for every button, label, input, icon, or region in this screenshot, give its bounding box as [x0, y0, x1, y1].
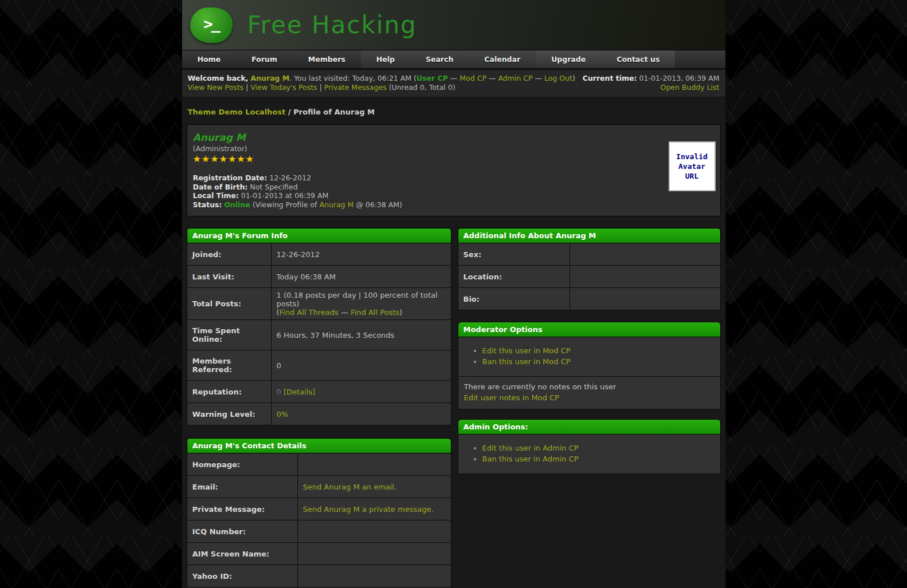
status-profile-link[interactable]: Anurag M [319, 200, 354, 209]
admin-cp-link[interactable]: Admin CP [498, 74, 532, 82]
breadcrumb-root-link[interactable]: Theme Demo Localhost [188, 108, 286, 116]
yahoo-value [297, 565, 451, 587]
table-row: Last Visit: Today 06:38 AM [187, 266, 451, 288]
nav-segment: Upgrade Contact us [536, 50, 675, 68]
table-row: Time Spent Online: 6 Hours, 37 Minutes, … [187, 320, 451, 350]
send-email-link[interactable]: Send Anurag M an email. [303, 483, 397, 491]
total-posts-value: 1 (0.18 posts per day | 100 percent of t… [271, 288, 451, 320]
members-referred-label: Members Referred: [187, 350, 271, 381]
star-icon: ★ [210, 153, 219, 164]
status-online-badge: Online [224, 200, 250, 209]
star-icon: ★ [202, 153, 210, 164]
warning-level-link[interactable]: 0% [277, 410, 289, 419]
moderator-options-body: Edit this user in Mod CP Ban this user i… [458, 337, 720, 376]
right-column: Additional Info About Anurag M Sex: Loca… [458, 228, 721, 474]
last-visit-label: Last Visit: [187, 266, 271, 288]
open-buddy-list-link[interactable]: Open Buddy List [661, 83, 720, 92]
profile-summary-box: Anurag M (Administrator) ★★★★★★★ Registr… [187, 124, 721, 216]
separator: — [535, 74, 542, 82]
sex-value [570, 243, 720, 266]
registration-date-value: 12-26-2012 [269, 173, 311, 182]
aim-value [297, 543, 451, 565]
local-time-value: 01-01-2013 at 06:39 AM [241, 191, 328, 200]
find-all-threads-link[interactable]: Find All Threads [280, 308, 339, 317]
broken-avatar-image: Invalid Avatar URL [669, 141, 716, 191]
content-area: Theme Demo Localhost / Profile of Anurag… [182, 97, 725, 588]
forum-info-table: Anurag M's Forum Info Joined: 12-26-2012… [187, 228, 451, 425]
dob-value: Not Specified [250, 183, 297, 191]
separator: | [320, 83, 322, 92]
icq-value [297, 520, 451, 543]
ban-user-admin-cp-link[interactable]: Ban this user in Admin CP [482, 455, 579, 463]
table-row: Homepage: [187, 453, 451, 476]
private-messages-link[interactable]: Private Messages [324, 83, 387, 92]
forum-info-title: Anurag M's Forum Info [187, 228, 451, 243]
profile-details: Registration Date: 12-26-2012 Date of Bi… [193, 173, 714, 209]
nav-contact-us[interactable]: Contact us [601, 50, 675, 68]
table-row: Yahoo ID: [187, 565, 451, 587]
total-posts-label: Total Posts: [187, 288, 271, 320]
time-online-value: 6 Hours, 37 Minutes, 3 Seconds [271, 320, 451, 350]
private-message-value: Send Anurag M a private message. [297, 498, 451, 520]
welcome-username-link[interactable]: Anurag M [250, 74, 289, 82]
nav-segment: Help Search Calendar [361, 50, 536, 68]
user-cp-link[interactable]: User CP [417, 74, 448, 82]
table-row: Joined: 12-26-2012 [187, 243, 451, 266]
table-row: AIM Screen Name: [187, 543, 451, 565]
warning-level-label: Warning Level: [187, 403, 271, 425]
table-row: Bio: [458, 288, 720, 310]
star-icon: ★ [219, 153, 228, 164]
separator: — [489, 74, 496, 82]
edit-user-mod-cp-link[interactable]: Edit this user in Mod CP [482, 346, 571, 355]
aim-label: AIM Screen Name: [187, 543, 297, 565]
contact-details-table: Anurag M's Contact Details Homepage: Ema… [187, 438, 451, 588]
breadcrumb: Theme Demo Localhost / Profile of Anurag… [187, 108, 721, 116]
paren-close: ) [572, 74, 575, 82]
nav-calendar[interactable]: Calendar [469, 50, 536, 68]
moderator-options-panel: Moderator Options Edit this user in Mod … [458, 322, 721, 409]
nav-forum[interactable]: Forum [236, 50, 293, 68]
welcome-visited-text: . You last visited: Today, 06:21 AM ( [289, 74, 417, 82]
nav-search[interactable]: Search [410, 50, 469, 68]
list-item: Edit this user in Mod CP [482, 345, 714, 356]
nav-filler [675, 50, 725, 68]
nav-upgrade[interactable]: Upgrade [536, 50, 601, 68]
terminal-prompt-icon: >_ [203, 15, 219, 33]
find-all-posts-link[interactable]: Find All Posts [351, 308, 399, 317]
nav-home[interactable]: Home [182, 50, 237, 68]
edit-user-admin-cp-link[interactable]: Edit this user in Admin CP [482, 444, 579, 452]
admin-options-body: Edit this user in Admin CP Ban this user… [458, 435, 720, 473]
last-visit-value: Today 06:38 AM [271, 266, 451, 288]
reputation-label: Reputation: [187, 381, 271, 403]
send-pm-link[interactable]: Send Anurag M a private message. [303, 505, 434, 514]
view-todays-posts-link[interactable]: View Today's Posts [250, 83, 317, 92]
table-row: Members Referred: 0 [187, 350, 451, 381]
reputation-value: 0 [Details] [271, 381, 451, 403]
log-out-link[interactable]: Log Out [544, 74, 572, 82]
welcome-strip: Welcome back, Anurag M. You last visited… [182, 70, 725, 97]
site-logo[interactable]: >_ [190, 7, 233, 43]
left-column: Anurag M's Forum Info Joined: 12-26-2012… [187, 228, 451, 588]
email-value: Send Anurag M an email. [297, 476, 451, 498]
dob-label: Date of Birth: [193, 183, 248, 191]
current-time-label: Current time: [583, 74, 637, 82]
view-new-posts-link[interactable]: View New Posts [188, 83, 244, 92]
homepage-label: Homepage: [187, 453, 297, 476]
table-row: Warning Level: 0% [187, 403, 451, 425]
admin-options-panel: Admin Options: Edit this user in Admin C… [458, 419, 721, 474]
welcome-greeting: Welcome back, [188, 74, 249, 82]
separator: — [341, 308, 348, 317]
nav-help[interactable]: Help [361, 50, 410, 68]
table-row: Reputation: 0 [Details] [187, 381, 451, 403]
nav-members[interactable]: Members [293, 50, 361, 68]
table-row: Total Posts: 1 (0.18 posts per day | 100… [187, 288, 451, 320]
edit-user-notes-link[interactable]: Edit user notes in Mod CP [464, 393, 559, 402]
ban-user-mod-cp-link[interactable]: Ban this user in Mod CP [482, 357, 571, 366]
mod-cp-link[interactable]: Mod CP [460, 74, 486, 82]
bio-value [570, 288, 720, 310]
admin-options-title: Admin Options: [458, 420, 720, 435]
joined-label: Joined: [187, 243, 271, 266]
local-time-label: Local Time: [193, 191, 239, 200]
icq-label: ICQ Number: [187, 520, 297, 543]
reputation-details-link[interactable]: [Details] [284, 388, 315, 396]
